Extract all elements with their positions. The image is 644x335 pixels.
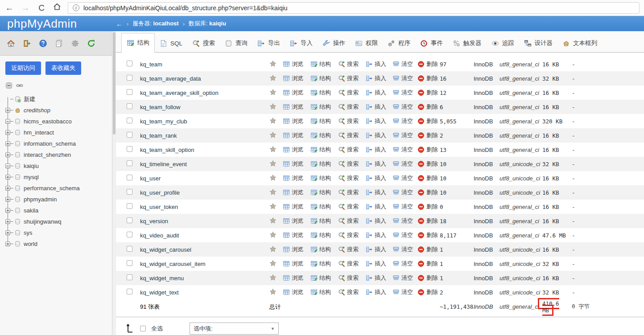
search-link[interactable]: 搜索 bbox=[338, 217, 366, 225]
browse-link[interactable]: 浏览 bbox=[283, 288, 310, 296]
empty-link[interactable]: 清空 bbox=[392, 188, 417, 196]
favorite-star-icon[interactable] bbox=[269, 131, 277, 139]
favorite-star-icon[interactable] bbox=[269, 217, 277, 224]
search-link[interactable]: 搜索 bbox=[338, 89, 366, 97]
tab-operations[interactable]: 操作 bbox=[318, 34, 350, 52]
tree-expander-icon[interactable]: + bbox=[5, 141, 10, 146]
table-name-link[interactable]: kq_user_profile bbox=[140, 189, 269, 196]
browse-link[interactable]: 浏览 bbox=[283, 89, 310, 97]
favorite-star-icon[interactable] bbox=[269, 288, 277, 295]
row-checkbox[interactable] bbox=[127, 61, 132, 66]
structure-link[interactable]: 结构 bbox=[310, 131, 338, 139]
drop-link[interactable]: 删除 bbox=[417, 160, 440, 168]
empty-link[interactable]: 清空 bbox=[392, 217, 417, 225]
sidebar-item-creditshop[interactable]: + creditshop bbox=[0, 105, 116, 116]
insert-link[interactable]: 插入 bbox=[366, 131, 392, 139]
favorite-star-icon[interactable] bbox=[269, 74, 277, 82]
row-checkbox[interactable] bbox=[127, 289, 132, 294]
insert-link[interactable]: 插入 bbox=[366, 60, 392, 68]
sidebar-item-mysql[interactable]: + mysql bbox=[0, 172, 116, 183]
favorite-star-icon[interactable] bbox=[269, 203, 277, 210]
tab-routines[interactable]: 程序 bbox=[383, 34, 415, 52]
tree-expander-icon[interactable]: + bbox=[5, 241, 10, 246]
tab-import[interactable]: 导入 bbox=[285, 34, 318, 52]
empty-link[interactable]: 清空 bbox=[392, 288, 417, 296]
home-icon[interactable] bbox=[7, 39, 15, 48]
structure-link[interactable]: 结构 bbox=[310, 174, 338, 182]
browse-link[interactable]: 浏览 bbox=[283, 74, 310, 82]
favorite-star-icon[interactable] bbox=[269, 160, 277, 167]
search-link[interactable]: 搜索 bbox=[338, 288, 366, 296]
table-name-link[interactable]: kq_team_average_data bbox=[140, 75, 269, 82]
table-name-link[interactable]: kq_user_token bbox=[140, 204, 269, 210]
drop-link[interactable]: 删除 bbox=[417, 260, 440, 268]
structure-link[interactable]: 结构 bbox=[310, 89, 338, 97]
favorite-star-icon[interactable] bbox=[269, 231, 277, 238]
search-link[interactable]: 搜索 bbox=[338, 203, 366, 211]
insert-link[interactable]: 插入 bbox=[366, 203, 392, 211]
drop-link[interactable]: 删除 bbox=[417, 288, 440, 296]
favorite-star-icon[interactable] bbox=[269, 260, 277, 267]
insert-link[interactable]: 插入 bbox=[366, 188, 392, 196]
table-name-link[interactable]: kq_widget_menu bbox=[140, 275, 269, 282]
breadcrumb-database-link[interactable]: 数据库: kaiqiu bbox=[189, 20, 226, 28]
browse-link[interactable]: 浏览 bbox=[283, 245, 310, 253]
empty-link[interactable]: 清空 bbox=[392, 117, 417, 125]
table-name-link[interactable]: kq_team_my_club bbox=[140, 118, 269, 125]
drop-link[interactable]: 删除 bbox=[417, 146, 440, 154]
row-checkbox[interactable] bbox=[127, 103, 132, 109]
insert-link[interactable]: 插入 bbox=[366, 274, 392, 282]
favorite-star-icon[interactable] bbox=[269, 274, 277, 281]
empty-link[interactable]: 清空 bbox=[392, 260, 417, 268]
structure-link[interactable]: 结构 bbox=[310, 260, 338, 268]
row-checkbox[interactable] bbox=[127, 203, 132, 209]
empty-link[interactable]: 清空 bbox=[392, 146, 417, 154]
table-name-link[interactable]: kq_widget_carousel_item bbox=[140, 261, 269, 267]
browse-link[interactable]: 浏览 bbox=[283, 260, 310, 268]
structure-link[interactable]: 结构 bbox=[310, 188, 338, 196]
table-name-link[interactable]: kq_team_follow bbox=[140, 104, 269, 110]
structure-link[interactable]: 结构 bbox=[310, 160, 338, 168]
insert-link[interactable]: 插入 bbox=[366, 174, 392, 182]
structure-link[interactable]: 结构 bbox=[310, 146, 338, 154]
search-link[interactable]: 搜索 bbox=[338, 160, 366, 168]
browser-back-icon[interactable]: ← bbox=[4, 3, 14, 13]
search-link[interactable]: 搜索 bbox=[338, 174, 366, 182]
sidebar-item-sakila[interactable]: + sakila bbox=[0, 205, 116, 216]
browse-link[interactable]: 浏览 bbox=[283, 231, 310, 239]
sidebar-item-information_schema[interactable]: + information_schema bbox=[0, 138, 116, 149]
tab-sql[interactable]: SQL bbox=[155, 34, 187, 52]
drop-link[interactable]: 删除 bbox=[417, 188, 440, 196]
tab-tracking[interactable]: 追踪 bbox=[487, 34, 519, 52]
row-checkbox[interactable] bbox=[127, 132, 132, 138]
search-link[interactable]: 搜索 bbox=[338, 146, 366, 154]
tree-expander-icon[interactable]: + bbox=[5, 197, 10, 202]
row-checkbox[interactable] bbox=[127, 160, 132, 166]
tab-search[interactable]: 搜索 bbox=[187, 34, 220, 52]
favorite-star-icon[interactable] bbox=[269, 89, 277, 96]
drop-link[interactable]: 删除 bbox=[417, 174, 440, 182]
page-info-icon[interactable]: i bbox=[73, 4, 79, 11]
drop-link[interactable]: 删除 bbox=[417, 203, 440, 211]
sidebar-item-world[interactable]: + world bbox=[0, 238, 116, 249]
drop-link[interactable]: 删除 bbox=[417, 217, 440, 225]
search-link[interactable]: 搜索 bbox=[338, 245, 366, 253]
browse-link[interactable]: 浏览 bbox=[283, 188, 310, 196]
favorite-star-icon[interactable] bbox=[269, 146, 277, 153]
tree-expander-icon[interactable]: + bbox=[5, 175, 10, 180]
insert-link[interactable]: 插入 bbox=[366, 146, 392, 154]
structure-link[interactable]: 结构 bbox=[310, 245, 338, 253]
browser-forward-icon[interactable]: → bbox=[21, 3, 30, 13]
browse-link[interactable]: 浏览 bbox=[283, 117, 310, 125]
refresh-icon[interactable] bbox=[87, 39, 95, 48]
empty-link[interactable]: 清空 bbox=[392, 74, 417, 82]
browse-link[interactable]: 浏览 bbox=[283, 103, 310, 111]
address-bar[interactable]: i localhost/phpMyAdminKaiQiuLocal/db_str… bbox=[68, 2, 640, 14]
pma-logo[interactable]: phpMyAdmin bbox=[0, 17, 116, 31]
table-name-link[interactable]: kq_widget_text bbox=[140, 289, 269, 296]
browse-link[interactable]: 浏览 bbox=[283, 160, 310, 168]
sidebar-item-sys[interactable]: + sys bbox=[0, 227, 116, 238]
sidebar-item-hicms_eastobacco[interactable]: − hicms_eastobacco bbox=[0, 116, 116, 127]
collapse-all-icon[interactable] bbox=[5, 82, 12, 89]
table-name-link[interactable]: kq_video_audit bbox=[140, 232, 269, 239]
